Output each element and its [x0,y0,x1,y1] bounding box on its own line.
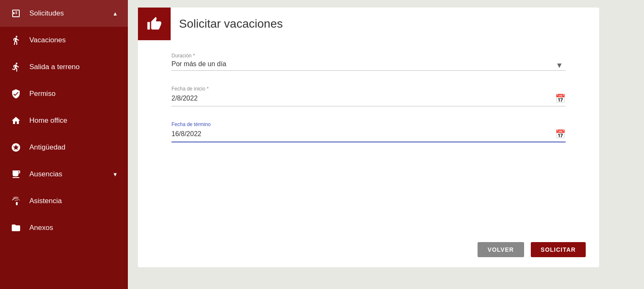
antiguedad-icon [10,142,22,153]
fecha-termino-label: Fecha de término [171,121,566,127]
sidebar-item-vacaciones-label: Vacaciones [29,36,66,44]
duracion-group: Duración * Por más de un día Por un día … [171,53,566,71]
solicitudes-arrow: ▲ [112,10,118,17]
sidebar-item-salida-terreno-label: Salida a terreno [29,63,80,71]
sidebar-item-asistencia[interactable]: Asistencia [0,188,128,214]
card-footer: VOLVER SOLICITAR [138,232,599,267]
fecha-inicio-wrapper: 📅 [171,93,566,106]
sidebar-item-home-office-label: Home office [29,116,67,125]
duracion-select[interactable]: Por más de un día Por un día Por medio d… [171,60,566,67]
sidebar-item-asistencia-label: Asistencia [29,197,62,205]
fecha-inicio-group: Fecha de inicio * 📅 [171,86,566,106]
fecha-termino-wrapper: 📅 [171,129,566,142]
sidebar-item-antiguedad[interactable]: Antigüedad [0,134,128,161]
fecha-termino-input[interactable] [171,130,555,138]
sidebar-item-ausencias-label: Ausencias [29,170,62,178]
salida-terreno-icon [10,61,22,73]
sidebar-item-vacaciones[interactable]: Vacaciones [0,27,128,54]
sidebar-item-ausencias[interactable]: Ausencias ▼ [0,161,128,188]
fecha-inicio-input[interactable] [171,95,555,102]
solicitudes-icon [10,8,22,19]
page-title: Solicitar vacaciones [171,17,283,31]
duracion-select-wrapper: Por más de un día Por un día Por medio d… [171,60,566,71]
sidebar-item-anexos[interactable]: Anexos [0,214,128,241]
sidebar: Solicitudes ▲ Vacaciones Salida a terren… [0,0,128,289]
sidebar-item-anexos-label: Anexos [29,224,53,232]
fecha-termino-calendar-icon[interactable]: 📅 [555,129,566,139]
duracion-label: Duración * [171,53,566,59]
permiso-icon [10,88,22,100]
sidebar-item-solicitudes-label: Solicitudes [29,9,64,18]
sidebar-item-solicitudes[interactable]: Solicitudes ▲ [0,0,128,27]
card-body: Duración * Por más de un día Por un día … [138,40,599,232]
anexos-icon [10,222,22,234]
home-office-icon [10,115,22,126]
fecha-inicio-label: Fecha de inicio * [171,86,566,92]
fecha-inicio-calendar-icon[interactable]: 📅 [555,93,566,103]
back-button[interactable]: VOLVER [478,242,524,257]
sidebar-item-antiguedad-label: Antigüedad [29,143,65,152]
card-icon-box [138,8,171,40]
ausencias-icon [10,168,22,180]
sidebar-item-permiso-label: Permiso [29,90,55,98]
sidebar-item-permiso[interactable]: Permiso [0,80,128,107]
submit-button[interactable]: SOLICITAR [531,242,586,257]
asistencia-icon [10,195,22,207]
sidebar-item-home-office[interactable]: Home office [0,107,128,134]
ausencias-arrow: ▼ [112,171,118,178]
sidebar-item-salida-terreno[interactable]: Salida a terreno [0,54,128,80]
vacaciones-icon [10,34,22,46]
main-content: Solicitar vacaciones Duración * Por más … [128,0,644,289]
card-header: Solicitar vacaciones [138,8,599,40]
form-card: Solicitar vacaciones Duración * Por más … [138,8,599,267]
thumbs-icon [147,16,162,31]
fecha-termino-group: Fecha de término 📅 [171,121,566,142]
